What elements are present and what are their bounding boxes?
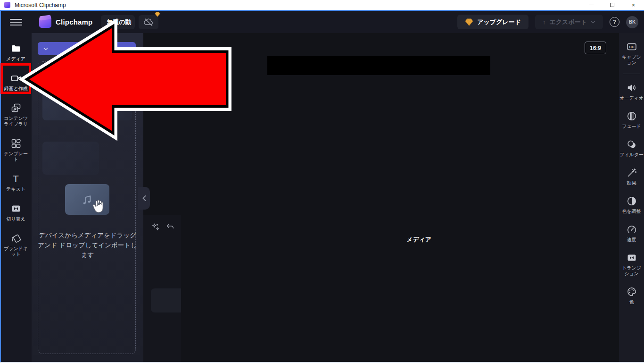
panel-item-label: キャプション xyxy=(619,54,644,66)
sidebar-item-label: ブランドキット xyxy=(3,246,29,257)
chevron-down-icon xyxy=(591,20,595,24)
svg-text:CC: CC xyxy=(629,45,634,49)
panel-item-adjust-colors[interactable]: 色を調整 xyxy=(619,193,644,217)
collapse-panel-tab[interactable] xyxy=(138,187,150,210)
panel-item-filter[interactable]: フィルター xyxy=(619,136,644,160)
panel-item-label: フィルター xyxy=(619,152,644,158)
folder-icon xyxy=(10,43,22,54)
text-icon: T xyxy=(10,173,22,185)
panel-item-label: 速度 xyxy=(627,237,636,243)
sidebar-item-label: メディア xyxy=(6,56,25,62)
import-media-label: メディア xyxy=(181,75,644,363)
panel-item-speed[interactable]: 速度 xyxy=(619,221,644,245)
clipchamp-logo-icon xyxy=(39,17,51,28)
panel-item-transition[interactable]: トランジション xyxy=(619,250,644,279)
upgrade-button[interactable]: アップグレード xyxy=(457,15,528,29)
export-button[interactable]: ↑ エクスポート xyxy=(535,15,603,29)
premium-gem-icon xyxy=(155,12,160,17)
panel-item-label: オーディオ xyxy=(619,95,644,101)
sidebar-item-content-library[interactable]: コンテンツライブラリ xyxy=(0,99,32,130)
cloud-off-icon xyxy=(143,17,154,28)
sidebar-item-media[interactable]: メディア xyxy=(0,40,32,65)
panel-item-effects[interactable]: 効果 xyxy=(619,165,644,188)
cloud-backup-button[interactable] xyxy=(139,15,158,29)
fade-icon xyxy=(626,110,637,122)
speed-gauge-icon xyxy=(626,224,637,235)
adjust-colors-icon xyxy=(626,195,637,207)
hamburger-icon xyxy=(10,19,22,20)
sidebar-item-transitions[interactable]: 切り替え xyxy=(0,200,32,225)
export-icon: ↑ xyxy=(543,18,546,25)
help-label: ? xyxy=(613,19,616,25)
panel-item-audio[interactable]: オーディオ xyxy=(619,80,644,103)
brand: Clipchamp xyxy=(39,17,92,28)
app-icon xyxy=(4,2,10,8)
hamburger-menu-button[interactable] xyxy=(10,19,22,25)
transition-icon xyxy=(10,203,22,214)
magic-wand-icon xyxy=(626,167,637,178)
account-avatar[interactable]: BK xyxy=(626,16,638,28)
annotation-highlight-box xyxy=(0,63,31,94)
panel-item-label: 色を調整 xyxy=(622,209,641,214)
close-icon: × xyxy=(632,2,635,8)
gem-icon xyxy=(465,18,473,26)
templates-icon xyxy=(10,138,22,149)
project-title-button[interactable]: 無題の動 xyxy=(101,15,135,29)
sidebar-item-brand-kit[interactable]: ブランドキット xyxy=(0,229,32,261)
import-media-button[interactable]: メディア xyxy=(38,42,136,55)
captions-icon: CC xyxy=(626,41,637,52)
transition-icon xyxy=(626,252,637,263)
sidebar-item-text[interactable]: T テキスト xyxy=(0,170,32,195)
export-label: エクスポート xyxy=(549,18,587,26)
panel-item-label: 効果 xyxy=(627,180,636,186)
help-button[interactable]: ? xyxy=(610,17,619,27)
minimize-button[interactable] xyxy=(580,0,602,10)
aspect-ratio-badge[interactable]: 16:9 xyxy=(585,42,606,54)
import-media-dropdown[interactable] xyxy=(38,47,53,51)
top-nav: Clipchamp 無題の動 アップグレード ↑ xyxy=(0,11,644,33)
sidebar-item-label: コンテンツライブラリ xyxy=(3,116,29,127)
brand-name: Clipchamp xyxy=(56,18,92,26)
sidebar-divider xyxy=(623,74,640,74)
content-library-icon xyxy=(10,102,22,114)
panel-item-label: 色 xyxy=(629,299,634,305)
sidebar-item-label: テンプレート xyxy=(3,151,29,162)
avatar-initials: BK xyxy=(629,19,636,25)
panel-item-color[interactable]: 色 xyxy=(619,284,644,307)
maximize-button[interactable] xyxy=(602,0,623,10)
window-accent-border-top xyxy=(0,10,644,11)
minimize-icon xyxy=(589,5,594,5)
clipchamp-app: Microsoft Clipchamp × Clipchamp 無題の動 xyxy=(0,0,644,363)
upgrade-label: アップグレード xyxy=(477,18,521,26)
right-sidebar: CC キャプション オーディオ フェード フィルター xyxy=(619,33,644,362)
brand-kit-icon xyxy=(10,233,22,244)
panel-item-label: トランジション xyxy=(619,265,644,277)
aspect-ratio-label: 16:9 xyxy=(590,45,601,51)
chevron-down-icon xyxy=(43,47,48,51)
panel-item-fade[interactable]: フェード xyxy=(619,108,644,132)
sidebar-item-templates[interactable]: テンプレート xyxy=(0,135,32,166)
window-title: Microsoft Clipchamp xyxy=(15,2,66,8)
sidebar-item-label: 切り替え xyxy=(6,216,25,222)
sidebar-item-label: テキスト xyxy=(6,186,25,192)
maximize-icon xyxy=(610,3,614,7)
hand-cursor-icon xyxy=(91,197,107,215)
palette-icon xyxy=(626,286,637,297)
speaker-icon xyxy=(626,82,637,93)
filter-icon xyxy=(626,139,637,150)
close-button[interactable]: × xyxy=(623,0,644,10)
media-panel: メディア デバイスからメディアをドラッグ アンド ドロップしてインポートします xyxy=(32,33,143,362)
title-bar: Microsoft Clipchamp × xyxy=(0,0,644,10)
chevron-left-icon xyxy=(142,195,146,201)
panel-item-captions[interactable]: CC キャプション xyxy=(619,39,644,68)
panel-item-label: フェード xyxy=(622,124,641,129)
dropzone-hint-text: デバイスからメディアをドラッグ アンド ドロップしてインポートします xyxy=(35,230,140,260)
